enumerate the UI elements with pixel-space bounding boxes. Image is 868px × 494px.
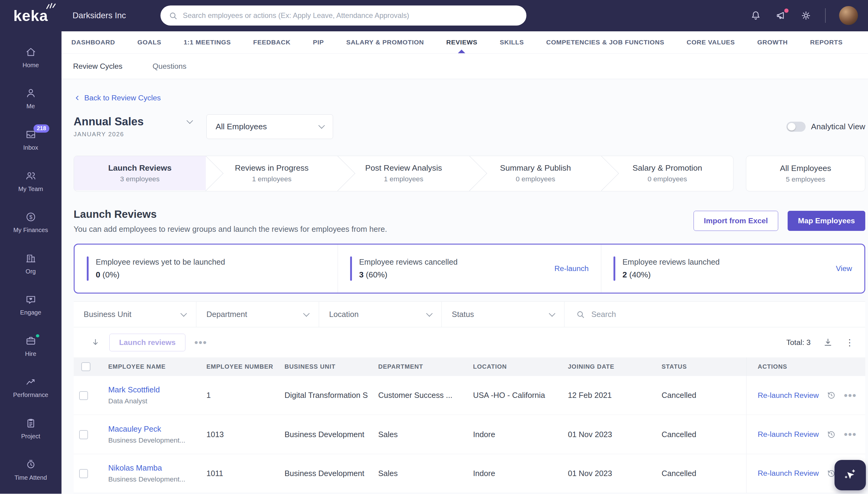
sidebar-item-home[interactable]: Home [0, 37, 61, 78]
select-all-checkbox[interactable] [81, 362, 90, 371]
sidebar-item-my-team[interactable]: My Team [0, 160, 61, 202]
stat-cancelled: Employee reviews cancelled 3 (60%) Re-la… [338, 245, 601, 293]
subtab-questions[interactable]: Questions [152, 62, 186, 71]
sidebar-item-label: Project [21, 433, 40, 440]
location-filter[interactable]: Location [319, 302, 442, 327]
analytical-view-toggle[interactable] [786, 122, 805, 132]
hire-briefcase-icon [25, 335, 37, 346]
back-to-review-cycles[interactable]: Back to Review Cycles [74, 94, 161, 102]
ai-assistant-button[interactable] [834, 460, 866, 491]
sidebar-item-engage[interactable]: Engage [0, 284, 61, 325]
settings-gear-icon[interactable] [800, 10, 812, 21]
stat-value: 3 [359, 270, 363, 279]
department-filter[interactable]: Department [196, 302, 319, 327]
table-search-input[interactable] [591, 310, 854, 319]
department-cell: Customer Success ... [368, 376, 463, 415]
cycle-selector[interactable]: Annual Sales JANUARY 2026 [74, 115, 192, 138]
tab-skills[interactable]: SKILLS [500, 31, 524, 53]
project-clipboard-icon [25, 417, 37, 429]
user-avatar[interactable] [839, 6, 858, 25]
tab-goals[interactable]: GOALS [137, 31, 161, 53]
history-icon[interactable] [827, 430, 836, 439]
topbar-divider [825, 8, 826, 23]
tab-competencies[interactable]: COMPETENCIES & JOB FUNCTIONS [546, 31, 664, 53]
col-actions: ACTIONS [746, 357, 865, 376]
joining-date-cell: 01 Nov 2023 [558, 454, 652, 493]
employee-name-link[interactable]: Macauley Peck [108, 425, 161, 433]
sidebar-item-label: Time Attend [14, 474, 47, 481]
cycle-period: JANUARY 2026 [74, 131, 192, 138]
sort-arrow-icon[interactable] [90, 337, 101, 347]
whats-new-badge [783, 7, 790, 14]
location-cell: USA -HO - California [463, 376, 558, 415]
relaunch-review-link[interactable]: Re-launch Review [758, 430, 819, 439]
business-unit-cell: Digital Transformation Se [274, 376, 368, 415]
whats-new-icon[interactable] [775, 10, 786, 21]
tab-salary-promotion[interactable]: SALARY & PROMOTION [346, 31, 424, 53]
employee-name-link[interactable]: Nikolas Mamba [108, 463, 162, 472]
tab-dashboard[interactable]: DASHBOARD [72, 31, 115, 53]
step-title: Post Review Analysis [365, 163, 442, 173]
sidebar-item-project[interactable]: Project [0, 408, 61, 449]
keka-logo[interactable]: keka [13, 8, 48, 23]
step-launch-reviews[interactable]: Launch Reviews 3 employees [74, 156, 206, 191]
notifications-bell-icon[interactable] [750, 10, 761, 21]
subtab-review-cycles[interactable]: Review Cycles [73, 62, 122, 71]
step-title: All Employees [780, 164, 831, 173]
sidebar-item-hire[interactable]: Hire [0, 325, 61, 367]
sidebar-item-org[interactable]: Org [0, 243, 61, 284]
step-subtitle: 5 employees [786, 175, 825, 184]
col-joining-date: JOINING DATE [558, 357, 652, 376]
global-search[interactable] [160, 5, 526, 25]
step-salary-promotion[interactable]: Salary & Promotion 0 employees [601, 156, 733, 191]
step-all-employees[interactable]: All Employees 5 employees [746, 156, 865, 191]
step-subtitle: 1 employees [252, 175, 292, 183]
search-icon [576, 310, 585, 319]
business-unit-filter[interactable]: Business Unit [74, 302, 196, 327]
status-filter[interactable]: Status [442, 302, 564, 327]
row-checkbox[interactable] [79, 391, 88, 400]
relaunch-review-link[interactable]: Re-launch Review [758, 391, 819, 400]
map-employees-button[interactable]: Map Employees [788, 211, 865, 231]
stepper-steps: Launch Reviews 3 employees Reviews in Pr… [74, 156, 734, 191]
table-search[interactable] [564, 302, 865, 327]
tab-reports[interactable]: REPORTS [810, 31, 843, 53]
global-search-input[interactable] [183, 11, 519, 20]
kebab-menu-icon[interactable]: ⋮ [845, 337, 854, 348]
employee-name-link[interactable]: Mark Scottfield [108, 385, 160, 394]
employee-group-select[interactable]: All Employees [206, 114, 333, 139]
step-summary-publish[interactable]: Summary & Publish 0 employees [469, 156, 601, 191]
launch-reviews-button[interactable]: Launch reviews [109, 334, 185, 352]
tab-1-1-meetings[interactable]: 1:1 MEETINGS [184, 31, 231, 53]
tab-reviews[interactable]: REVIEWS [446, 31, 477, 53]
history-icon[interactable] [827, 391, 836, 400]
row-checkbox[interactable] [79, 469, 88, 478]
tab-core-values[interactable]: CORE VALUES [687, 31, 735, 53]
tab-growth[interactable]: GROWTH [757, 31, 788, 53]
relaunch-review-link[interactable]: Re-launch Review [758, 469, 819, 478]
filter-label: Department [206, 310, 247, 319]
step-title: Reviews in Progress [235, 163, 309, 173]
sidebar-item-time-attend[interactable]: Time Attend [0, 449, 61, 491]
topbar-actions [750, 6, 868, 25]
step-reviews-in-progress[interactable]: Reviews in Progress 1 employees [206, 156, 338, 191]
sidebar-item-inbox[interactable]: 218 Inbox [0, 119, 61, 160]
tab-feedback[interactable]: FEEDBACK [253, 31, 291, 53]
tab-pip[interactable]: PIP [313, 31, 324, 53]
sidebar-item-me[interactable]: Me [0, 78, 61, 119]
col-employee-number: EMPLOYEE NUMBER [196, 357, 275, 376]
sidebar-item-my-finances[interactable]: $ My Finances [0, 202, 61, 243]
sidebar-item-performance[interactable]: Performance [0, 367, 61, 408]
relaunch-link[interactable]: Re-launch [555, 264, 589, 273]
view-link[interactable]: View [836, 264, 852, 273]
download-icon[interactable] [823, 337, 833, 347]
row-checkbox[interactable] [79, 430, 88, 439]
col-status: STATUS [652, 357, 746, 376]
import-from-excel-button[interactable]: Import from Excel [693, 211, 778, 231]
joining-date-cell: 12 Feb 2021 [558, 376, 652, 415]
business-unit-cell: Business Development [274, 454, 368, 493]
step-post-review-analysis[interactable]: Post Review Analysis 1 employees [338, 156, 469, 191]
sidebar-item-label: My Finances [13, 227, 48, 234]
filter-label: Business Unit [84, 310, 131, 319]
stat-percent: (0%) [103, 270, 120, 279]
